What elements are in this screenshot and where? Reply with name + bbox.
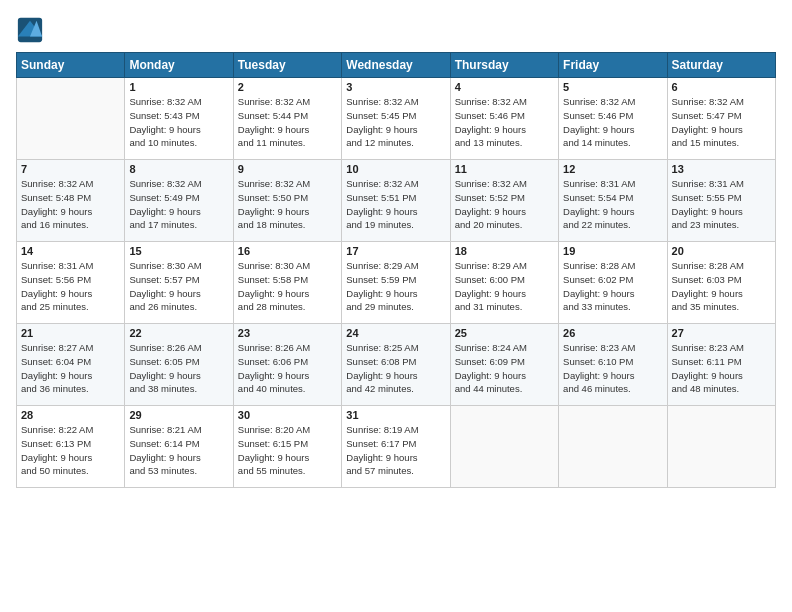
weekday-header: Sunday — [17, 53, 125, 78]
calendar-cell: 16Sunrise: 8:30 AM Sunset: 5:58 PM Dayli… — [233, 242, 341, 324]
day-number: 11 — [455, 163, 554, 175]
calendar-cell: 22Sunrise: 8:26 AM Sunset: 6:05 PM Dayli… — [125, 324, 233, 406]
day-info: Sunrise: 8:21 AM Sunset: 6:14 PM Dayligh… — [129, 423, 228, 478]
day-info: Sunrise: 8:28 AM Sunset: 6:02 PM Dayligh… — [563, 259, 662, 314]
day-number: 28 — [21, 409, 120, 421]
calendar-cell: 25Sunrise: 8:24 AM Sunset: 6:09 PM Dayli… — [450, 324, 558, 406]
day-info: Sunrise: 8:31 AM Sunset: 5:55 PM Dayligh… — [672, 177, 771, 232]
day-number: 12 — [563, 163, 662, 175]
calendar-week-row: 1Sunrise: 8:32 AM Sunset: 5:43 PM Daylig… — [17, 78, 776, 160]
day-number: 5 — [563, 81, 662, 93]
day-number: 10 — [346, 163, 445, 175]
calendar-cell: 24Sunrise: 8:25 AM Sunset: 6:08 PM Dayli… — [342, 324, 450, 406]
day-number: 30 — [238, 409, 337, 421]
day-info: Sunrise: 8:30 AM Sunset: 5:58 PM Dayligh… — [238, 259, 337, 314]
calendar-week-row: 14Sunrise: 8:31 AM Sunset: 5:56 PM Dayli… — [17, 242, 776, 324]
day-number: 4 — [455, 81, 554, 93]
day-number: 13 — [672, 163, 771, 175]
day-info: Sunrise: 8:32 AM Sunset: 5:50 PM Dayligh… — [238, 177, 337, 232]
day-info: Sunrise: 8:19 AM Sunset: 6:17 PM Dayligh… — [346, 423, 445, 478]
weekday-header: Tuesday — [233, 53, 341, 78]
calendar-header-row: SundayMondayTuesdayWednesdayThursdayFrid… — [17, 53, 776, 78]
calendar-cell: 8Sunrise: 8:32 AM Sunset: 5:49 PM Daylig… — [125, 160, 233, 242]
day-info: Sunrise: 8:26 AM Sunset: 6:06 PM Dayligh… — [238, 341, 337, 396]
day-number: 2 — [238, 81, 337, 93]
calendar-cell: 27Sunrise: 8:23 AM Sunset: 6:11 PM Dayli… — [667, 324, 775, 406]
calendar-cell: 21Sunrise: 8:27 AM Sunset: 6:04 PM Dayli… — [17, 324, 125, 406]
day-info: Sunrise: 8:32 AM Sunset: 5:48 PM Dayligh… — [21, 177, 120, 232]
day-number: 31 — [346, 409, 445, 421]
day-info: Sunrise: 8:26 AM Sunset: 6:05 PM Dayligh… — [129, 341, 228, 396]
day-info: Sunrise: 8:20 AM Sunset: 6:15 PM Dayligh… — [238, 423, 337, 478]
day-number: 15 — [129, 245, 228, 257]
page-container: SundayMondayTuesdayWednesdayThursdayFrid… — [0, 0, 792, 612]
calendar-week-row: 7Sunrise: 8:32 AM Sunset: 5:48 PM Daylig… — [17, 160, 776, 242]
calendar-cell: 15Sunrise: 8:30 AM Sunset: 5:57 PM Dayli… — [125, 242, 233, 324]
day-number: 20 — [672, 245, 771, 257]
day-number: 9 — [238, 163, 337, 175]
day-info: Sunrise: 8:32 AM Sunset: 5:46 PM Dayligh… — [563, 95, 662, 150]
calendar-cell: 18Sunrise: 8:29 AM Sunset: 6:00 PM Dayli… — [450, 242, 558, 324]
calendar-cell: 23Sunrise: 8:26 AM Sunset: 6:06 PM Dayli… — [233, 324, 341, 406]
day-number: 17 — [346, 245, 445, 257]
calendar-cell: 13Sunrise: 8:31 AM Sunset: 5:55 PM Dayli… — [667, 160, 775, 242]
calendar-cell: 2Sunrise: 8:32 AM Sunset: 5:44 PM Daylig… — [233, 78, 341, 160]
day-info: Sunrise: 8:32 AM Sunset: 5:51 PM Dayligh… — [346, 177, 445, 232]
day-number: 16 — [238, 245, 337, 257]
weekday-header: Wednesday — [342, 53, 450, 78]
calendar-table: SundayMondayTuesdayWednesdayThursdayFrid… — [16, 52, 776, 488]
weekday-header: Friday — [559, 53, 667, 78]
day-number: 26 — [563, 327, 662, 339]
calendar-cell: 10Sunrise: 8:32 AM Sunset: 5:51 PM Dayli… — [342, 160, 450, 242]
calendar-cell: 20Sunrise: 8:28 AM Sunset: 6:03 PM Dayli… — [667, 242, 775, 324]
calendar-cell: 4Sunrise: 8:32 AM Sunset: 5:46 PM Daylig… — [450, 78, 558, 160]
calendar-cell: 9Sunrise: 8:32 AM Sunset: 5:50 PM Daylig… — [233, 160, 341, 242]
weekday-header: Thursday — [450, 53, 558, 78]
day-info: Sunrise: 8:29 AM Sunset: 5:59 PM Dayligh… — [346, 259, 445, 314]
weekday-header: Monday — [125, 53, 233, 78]
day-number: 8 — [129, 163, 228, 175]
calendar-cell — [667, 406, 775, 488]
day-number: 29 — [129, 409, 228, 421]
calendar-cell: 7Sunrise: 8:32 AM Sunset: 5:48 PM Daylig… — [17, 160, 125, 242]
calendar-cell: 28Sunrise: 8:22 AM Sunset: 6:13 PM Dayli… — [17, 406, 125, 488]
day-info: Sunrise: 8:22 AM Sunset: 6:13 PM Dayligh… — [21, 423, 120, 478]
day-number: 25 — [455, 327, 554, 339]
calendar-cell — [559, 406, 667, 488]
day-number: 21 — [21, 327, 120, 339]
day-info: Sunrise: 8:32 AM Sunset: 5:46 PM Dayligh… — [455, 95, 554, 150]
day-info: Sunrise: 8:23 AM Sunset: 6:11 PM Dayligh… — [672, 341, 771, 396]
calendar-cell: 14Sunrise: 8:31 AM Sunset: 5:56 PM Dayli… — [17, 242, 125, 324]
day-info: Sunrise: 8:23 AM Sunset: 6:10 PM Dayligh… — [563, 341, 662, 396]
day-number: 18 — [455, 245, 554, 257]
day-info: Sunrise: 8:32 AM Sunset: 5:43 PM Dayligh… — [129, 95, 228, 150]
day-number: 22 — [129, 327, 228, 339]
calendar-cell: 12Sunrise: 8:31 AM Sunset: 5:54 PM Dayli… — [559, 160, 667, 242]
calendar-cell: 30Sunrise: 8:20 AM Sunset: 6:15 PM Dayli… — [233, 406, 341, 488]
day-info: Sunrise: 8:24 AM Sunset: 6:09 PM Dayligh… — [455, 341, 554, 396]
day-info: Sunrise: 8:31 AM Sunset: 5:56 PM Dayligh… — [21, 259, 120, 314]
calendar-week-row: 21Sunrise: 8:27 AM Sunset: 6:04 PM Dayli… — [17, 324, 776, 406]
calendar-cell: 29Sunrise: 8:21 AM Sunset: 6:14 PM Dayli… — [125, 406, 233, 488]
calendar-cell: 3Sunrise: 8:32 AM Sunset: 5:45 PM Daylig… — [342, 78, 450, 160]
calendar-week-row: 28Sunrise: 8:22 AM Sunset: 6:13 PM Dayli… — [17, 406, 776, 488]
logo — [16, 16, 46, 44]
day-number: 7 — [21, 163, 120, 175]
day-info: Sunrise: 8:28 AM Sunset: 6:03 PM Dayligh… — [672, 259, 771, 314]
day-number: 6 — [672, 81, 771, 93]
calendar-cell: 1Sunrise: 8:32 AM Sunset: 5:43 PM Daylig… — [125, 78, 233, 160]
day-number: 1 — [129, 81, 228, 93]
day-info: Sunrise: 8:25 AM Sunset: 6:08 PM Dayligh… — [346, 341, 445, 396]
calendar-cell: 6Sunrise: 8:32 AM Sunset: 5:47 PM Daylig… — [667, 78, 775, 160]
day-number: 23 — [238, 327, 337, 339]
day-info: Sunrise: 8:30 AM Sunset: 5:57 PM Dayligh… — [129, 259, 228, 314]
day-number: 19 — [563, 245, 662, 257]
calendar-cell: 11Sunrise: 8:32 AM Sunset: 5:52 PM Dayli… — [450, 160, 558, 242]
logo-icon — [16, 16, 44, 44]
header — [16, 16, 776, 44]
day-number: 3 — [346, 81, 445, 93]
calendar-cell — [450, 406, 558, 488]
day-info: Sunrise: 8:32 AM Sunset: 5:44 PM Dayligh… — [238, 95, 337, 150]
day-info: Sunrise: 8:32 AM Sunset: 5:52 PM Dayligh… — [455, 177, 554, 232]
day-number: 27 — [672, 327, 771, 339]
